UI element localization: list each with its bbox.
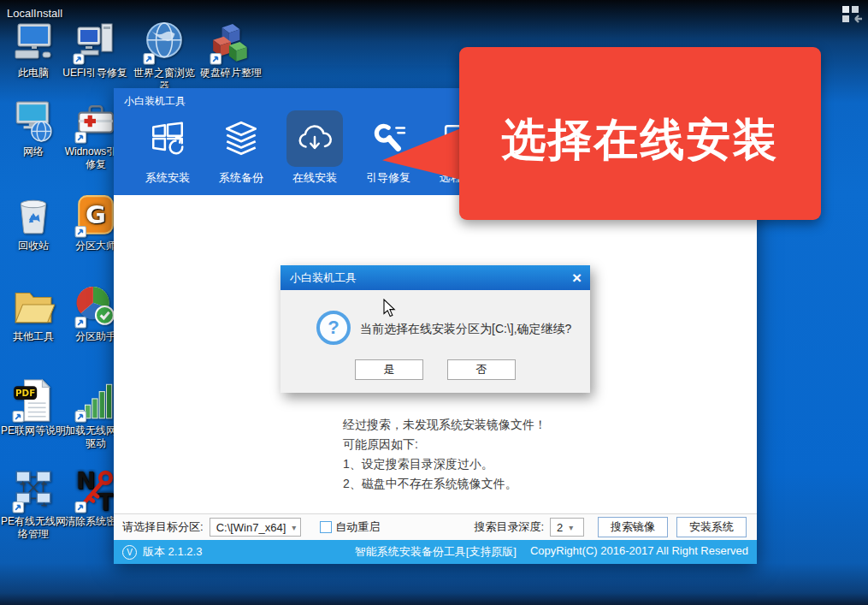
- window-title: 小白装机工具: [124, 94, 186, 109]
- partition-label: 请选择目标分区:: [122, 519, 204, 535]
- network-monitor-icon: [12, 99, 55, 144]
- install-system-button[interactable]: 安装系统: [676, 517, 747, 537]
- uefi-pc-icon: [73, 22, 117, 65]
- dialog-title: 小白装机工具: [290, 270, 357, 286]
- search-image-button[interactable]: 搜索镜像: [598, 517, 668, 537]
- toolbar-item-label: 在线安装: [292, 170, 337, 186]
- nt-password-key-icon: N T: [74, 469, 117, 513]
- diskgenius-icon: G: [74, 193, 117, 238]
- partition-select-value: C:\[Win7_x64]: [216, 521, 286, 534]
- depth-select[interactable]: 2 ▾: [550, 518, 584, 537]
- auto-reboot-label: 自动重启: [335, 519, 380, 535]
- cubes-icon: [210, 22, 252, 65]
- desktop-icon-label: 网络: [23, 145, 44, 158]
- desktop-icon-recycle-bin[interactable]: 回收站: [1, 193, 66, 252]
- yes-button[interactable]: 是: [355, 359, 423, 380]
- svg-text:T: T: [97, 489, 114, 513]
- desktop-icon-label: 分区助手: [75, 330, 116, 343]
- message-line: 1、设定搜索目录深度过小。: [343, 454, 546, 474]
- partition-select[interactable]: C:\[Win7_x64] ▾: [210, 518, 302, 537]
- desktop-icon-other-tools[interactable]: 其他工具: [1, 284, 66, 343]
- toolbar-item-label: 系统安装: [145, 170, 190, 186]
- message-line: 2、磁盘中不存在系统镜像文件。: [343, 474, 546, 494]
- auto-reboot-checkbox[interactable]: [320, 521, 332, 533]
- desktop: LocalInstall 此电脑 UEFI引导修复: [0, 0, 868, 605]
- controls-bar: 请选择目标分区: C:\[Win7_x64] ▾ 自动重启 搜索目录深度: 2 …: [114, 513, 757, 540]
- desktop-icon-label: PE有线无线网络管理: [1, 515, 66, 541]
- search-result-message: 经过搜索，未发现系统安装镜像文件！ 可能原因如下: 1、设定搜索目录深度过小。 …: [343, 415, 546, 494]
- callout-text: 选择在线安装: [459, 110, 821, 170]
- confirm-dialog: 小白装机工具 × ? 当前选择在线安装分区为[C:\],确定继续? 是 否: [280, 265, 590, 393]
- desktop-icon-defrag[interactable]: 硬盘碎片整理: [198, 22, 263, 80]
- toolbox-icon: [74, 99, 117, 144]
- desktop-icon-pe-network-readme[interactable]: PDF PE联网等说明: [1, 378, 66, 437]
- svg-text:N: N: [76, 469, 96, 494]
- desktop-icon-label: 分区大师: [75, 240, 116, 252]
- tiles-arrow-icon: [842, 6, 863, 23]
- toolbar-item-system-backup[interactable]: 系统备份: [204, 110, 278, 186]
- layers-icon: [221, 119, 261, 158]
- toolbar-item-label: 引导修复: [366, 170, 410, 186]
- desktop-icon-label: UEFI引导修复: [62, 67, 127, 80]
- desktop-icon-network[interactable]: 网络: [1, 99, 66, 158]
- dialog-message: 当前选择在线安装分区为[C:\],确定继续?: [360, 322, 571, 337]
- network-nodes-icon: [12, 469, 55, 513]
- cloud-download-icon: [295, 119, 334, 158]
- desktop-icon-label: 其他工具: [13, 330, 54, 343]
- recycle-bin-icon: [12, 193, 55, 238]
- desktop-icon-label: 回收站: [18, 240, 49, 252]
- svg-text:G: G: [86, 200, 106, 229]
- status-bar: V 版本 2.1.2.3 智能系统安装备份工具[支持原版] CopyRight(…: [114, 540, 757, 564]
- depth-select-value: 2: [557, 521, 563, 534]
- globe-icon: [143, 22, 186, 65]
- toolbar-item-label: 系统备份: [219, 170, 263, 186]
- desktop-icon-label: 此电脑: [18, 67, 49, 80]
- toolbar-item-online-install[interactable]: 在线安装: [278, 110, 351, 186]
- product-name: 智能系统安装备份工具[支持原版]: [355, 544, 517, 560]
- desktop-icon-uefi-boot-repair[interactable]: UEFI引导修复: [60, 22, 130, 80]
- chevron-down-icon: ▾: [569, 523, 573, 532]
- close-icon[interactable]: ×: [572, 270, 582, 286]
- svg-text:PDF: PDF: [15, 388, 35, 398]
- screen-corner-icon[interactable]: [842, 6, 863, 27]
- dialog-titlebar: 小白装机工具 ×: [280, 265, 590, 290]
- machine-label: LocalInstall: [7, 7, 62, 20]
- desktop-icon-browser[interactable]: 世界之窗浏览器: [132, 22, 197, 92]
- windows-refresh-icon: [148, 119, 187, 158]
- desktop-icon-pe-network-manager[interactable]: PE有线无线网络管理: [1, 469, 66, 541]
- question-icon: ?: [316, 311, 351, 345]
- desktop-icon-label: PE联网等说明: [1, 424, 66, 437]
- folder-icon: [12, 284, 55, 329]
- message-line: 可能原因如下:: [343, 435, 546, 454]
- computer-icon: [11, 22, 56, 65]
- no-button[interactable]: 否: [447, 359, 516, 380]
- signal-bars-icon: [74, 378, 117, 423]
- callout-annotation: 选择在线安装: [459, 47, 821, 220]
- copyright-text: CopyRight(C) 2016-2017 All Right Reserve…: [530, 544, 748, 560]
- version-badge-icon: V: [122, 545, 137, 560]
- desktop-icon-this-pc[interactable]: 此电脑: [1, 22, 66, 80]
- message-line: 经过搜索，未发现系统安装镜像文件！: [343, 415, 546, 435]
- mouse-cursor: [383, 299, 396, 317]
- pdf-doc-icon: PDF: [12, 378, 55, 423]
- depth-label: 搜索目录深度:: [474, 519, 544, 535]
- toolbar-item-system-install[interactable]: 系统安装: [131, 110, 204, 186]
- desktop-icon-label: 硬盘碎片整理: [200, 67, 262, 80]
- version-text: 版本 2.1.2.3: [143, 544, 202, 560]
- chevron-down-icon: ▾: [292, 523, 296, 532]
- pie-chart-check-icon: [74, 284, 117, 329]
